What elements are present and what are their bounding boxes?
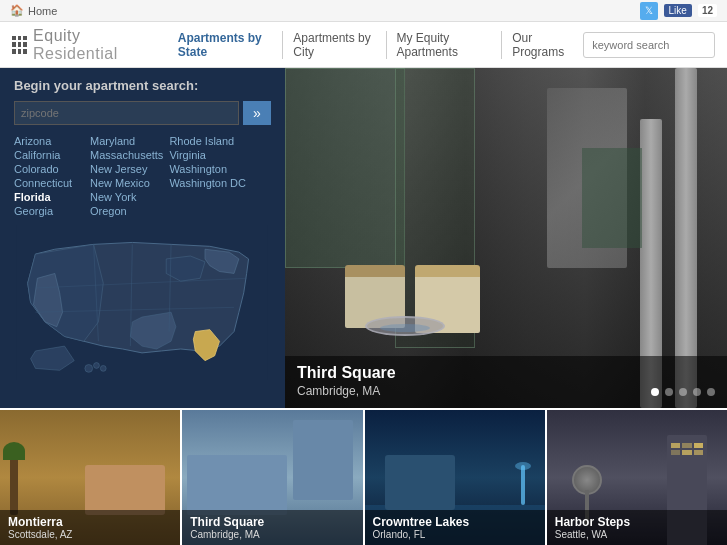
state-florida[interactable]: Florida xyxy=(14,191,84,203)
state-maryland[interactable]: Maryland xyxy=(90,135,163,147)
home-label: Home xyxy=(28,5,57,17)
facebook-like-button[interactable]: Like xyxy=(664,4,692,17)
state-california[interactable]: California xyxy=(14,149,84,161)
like-count: 12 xyxy=(698,4,717,17)
thumb-sub-4: Seattle, WA xyxy=(555,529,719,540)
logo-grid-icon xyxy=(12,36,27,54)
logo-residential: Residential xyxy=(33,45,118,62)
search-box: 🔍 xyxy=(583,32,715,58)
twitter-icon[interactable]: 𝕏 xyxy=(640,2,658,20)
thumbnails-row: Montierra Scottsdale, AZ Third Square Ca… xyxy=(0,408,727,545)
nav-links: Apartments by State Apartments by City M… xyxy=(168,31,584,59)
thumbnail-third-square[interactable]: Third Square Cambridge, MA xyxy=(182,410,364,545)
hero-dot-2[interactable] xyxy=(665,388,673,396)
hero-dot-1[interactable] xyxy=(651,388,659,396)
thumb-title-3: Crowntree Lakes xyxy=(373,515,537,529)
fountain-top xyxy=(515,462,531,470)
logo-text: Equity Residential xyxy=(33,27,148,63)
state-columns: Arizona California Colorado Connecticut … xyxy=(14,135,271,217)
thumb-title-2: Third Square xyxy=(190,515,354,529)
left-panel: Begin your apartment search: » Arizona C… xyxy=(0,68,285,408)
pool-area xyxy=(582,148,642,248)
state-new-mexico[interactable]: New Mexico xyxy=(90,177,163,189)
state-massachusetts[interactable]: Massachusetts xyxy=(90,149,163,161)
thumb-title-1: Montierra xyxy=(8,515,172,529)
thumb-sub-3: Orlando, FL xyxy=(373,529,537,540)
state-virginia[interactable]: Virginia xyxy=(169,149,246,161)
state-col-3: Rhode Island Virginia Washington Washing… xyxy=(169,135,246,217)
top-bar: 🏠 Home 𝕏 Like 12 xyxy=(0,0,727,22)
palm-top xyxy=(3,442,25,460)
us-map[interactable] xyxy=(14,225,270,380)
thumb-sub-1: Scottsdale, AZ xyxy=(8,529,172,540)
home-link[interactable]: 🏠 Home xyxy=(10,4,57,17)
hero-dot-3[interactable] xyxy=(679,388,687,396)
nav-our-programs[interactable]: Our Programs xyxy=(502,31,583,59)
state-rhode-island[interactable]: Rhode Island xyxy=(169,135,246,147)
building-3 xyxy=(293,420,353,500)
thumb-caption-4: Harbor Steps Seattle, WA xyxy=(547,510,727,545)
main-content: Begin your apartment search: » Arizona C… xyxy=(0,68,727,408)
main-nav: Equity Residential Apartments by State A… xyxy=(0,22,727,68)
search-prompt: Begin your apartment search: xyxy=(14,78,271,93)
nav-my-equity[interactable]: My Equity Apartments xyxy=(387,31,503,59)
logo-equity: Equity xyxy=(33,27,80,44)
hero-panel: Third Square Cambridge, MA xyxy=(285,68,727,408)
state-washington[interactable]: Washington xyxy=(169,163,246,175)
glass-panel-1 xyxy=(285,68,405,268)
nav-apartments-by-city[interactable]: Apartments by City xyxy=(283,31,386,59)
nav-apartments-by-state[interactable]: Apartments by State xyxy=(168,31,284,59)
social-bar: 𝕏 Like 12 xyxy=(640,2,717,20)
logo[interactable]: Equity Residential xyxy=(12,27,148,63)
state-colorado[interactable]: Colorado xyxy=(14,163,84,175)
us-map-svg xyxy=(14,225,270,380)
thumbnail-montierra[interactable]: Montierra Scottsdale, AZ xyxy=(0,410,182,545)
state-new-jersey[interactable]: New Jersey xyxy=(90,163,163,175)
hero-dots xyxy=(651,388,715,396)
state-col-2: Maryland Massachusetts New Jersey New Me… xyxy=(90,135,163,217)
state-col-1: Arizona California Colorado Connecticut … xyxy=(14,135,84,217)
building xyxy=(85,465,165,515)
thumbnail-crowntree-lakes[interactable]: Crowntree Lakes Orlando, FL xyxy=(365,410,547,545)
keyword-search-input[interactable] xyxy=(584,39,714,51)
home-icon: 🏠 xyxy=(10,4,24,17)
zipcode-submit-button[interactable]: » xyxy=(243,101,271,125)
state-washington-dc[interactable]: Washington DC xyxy=(169,177,246,189)
hero-dot-4[interactable] xyxy=(693,388,701,396)
hero-caption: Third Square Cambridge, MA xyxy=(285,356,727,408)
thumb-caption-3: Crowntree Lakes Orlando, FL xyxy=(365,510,545,545)
thumb-sub-2: Cambridge, MA xyxy=(190,529,354,540)
state-arizona[interactable]: Arizona xyxy=(14,135,84,147)
thumb-title-4: Harbor Steps xyxy=(555,515,719,529)
svg-point-3 xyxy=(100,365,106,371)
zipcode-row: » xyxy=(14,101,271,125)
fountain xyxy=(521,465,525,505)
state-connecticut[interactable]: Connecticut xyxy=(14,177,84,189)
zipcode-input[interactable] xyxy=(14,101,239,125)
svg-point-1 xyxy=(85,365,93,373)
search-button[interactable]: 🔍 xyxy=(714,32,715,58)
like-label: Like xyxy=(669,5,687,16)
coffee-table xyxy=(365,316,445,336)
hero-title: Third Square xyxy=(297,364,715,382)
palm-trunk xyxy=(10,455,18,515)
state-oregon[interactable]: Oregon xyxy=(90,205,163,217)
thumbnail-harbor-steps[interactable]: Harbor Steps Seattle, WA xyxy=(547,410,727,545)
hero-dot-5[interactable] xyxy=(707,388,715,396)
state-georgia[interactable]: Georgia xyxy=(14,205,84,217)
building-2 xyxy=(187,455,287,515)
state-new-york[interactable]: New York xyxy=(90,191,163,203)
thumb-caption-2: Third Square Cambridge, MA xyxy=(182,510,362,545)
thumb-caption-1: Montierra Scottsdale, AZ xyxy=(0,510,180,545)
svg-point-2 xyxy=(94,363,100,369)
building-4 xyxy=(385,455,455,510)
